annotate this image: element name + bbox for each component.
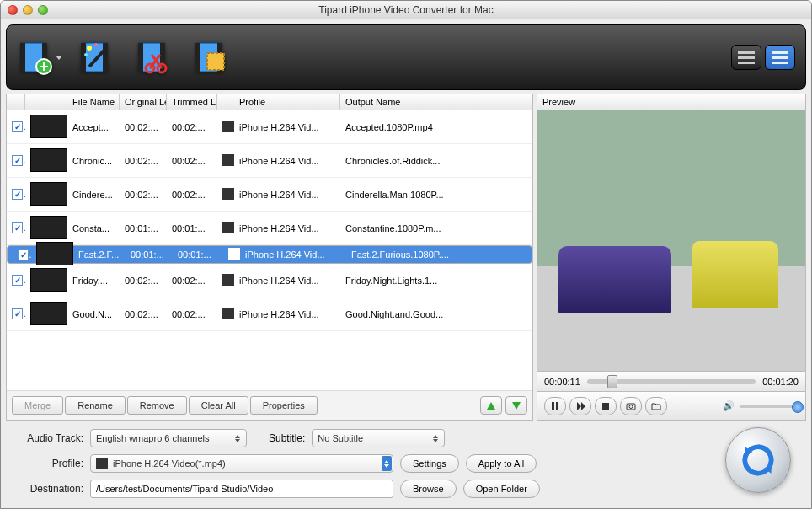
svg-point-23 [629, 405, 633, 408]
table-row[interactable]: Fast.2.F...00:01:...00:01:...iPhone H.26… [7, 245, 532, 264]
volume-icon: 🔊 [723, 400, 735, 411]
file-list: File Name Original Le Trimmed L Profile … [6, 94, 533, 421]
column-headers: File Name Original Le Trimmed L Profile … [7, 94, 532, 110]
preview-video[interactable] [537, 110, 806, 372]
profile-icon [222, 308, 234, 319]
profile-select[interactable]: iPhone H.264 Video(*.mp4) [90, 454, 393, 473]
row-profile: iPhone H.264 Vid... [234, 309, 340, 319]
list-actions: Merge Rename Remove Clear All Properties [7, 390, 532, 420]
row-filename: Consta... [67, 223, 120, 233]
row-output: Cinderella.Man.1080P... [340, 190, 532, 200]
profile-icon [222, 188, 234, 200]
header-trimmed[interactable]: Trimmed L [167, 94, 217, 110]
thumbnail [30, 216, 67, 239]
svg-rect-5 [81, 43, 86, 72]
main-toolbar [6, 24, 806, 90]
header-output[interactable]: Output Name [340, 94, 532, 110]
profile-label: Profile: [11, 458, 83, 469]
svg-rect-16 [195, 43, 200, 72]
svg-rect-19 [552, 402, 554, 410]
player-controls: 🔊 [537, 392, 806, 421]
browse-button[interactable]: Browse [400, 480, 457, 498]
svg-point-9 [84, 53, 88, 56]
apply-to-all-button[interactable]: Apply to All [466, 454, 537, 473]
table-row[interactable]: Cindere...00:02:...00:02:...iPhone H.264… [7, 178, 532, 212]
crop-button[interactable] [189, 35, 234, 80]
timeline: 00:00:11 00:01:20 [537, 372, 806, 392]
table-row[interactable]: Chronic...00:02:...00:02:...iPhone H.264… [7, 144, 532, 178]
svg-rect-1 [20, 43, 25, 72]
thumbnail [30, 302, 67, 325]
row-filename: Friday.... [67, 276, 120, 286]
profile-icon [228, 248, 240, 260]
row-original: 00:02:... [120, 309, 167, 319]
row-trimmed: 00:02:... [167, 309, 217, 319]
rename-button[interactable]: Rename [65, 396, 126, 415]
volume-slider[interactable] [740, 405, 799, 408]
row-checkbox[interactable] [18, 249, 29, 260]
row-original: 00:01:... [126, 249, 173, 260]
row-original: 00:02:... [120, 276, 167, 286]
row-profile: iPhone H.264 Vid... [234, 223, 340, 233]
chevron-down-icon [56, 56, 62, 60]
header-filename[interactable]: File Name [67, 94, 120, 110]
row-trimmed: 00:01:... [173, 249, 223, 260]
open-folder-button[interactable]: Open Folder [463, 480, 540, 498]
step-forward-button[interactable] [569, 397, 591, 415]
effect-button[interactable] [74, 35, 120, 80]
clear-all-button[interactable]: Clear All [189, 396, 248, 415]
thumbnail [30, 268, 67, 292]
row-trimmed: 00:02:... [167, 276, 217, 286]
open-snapshot-folder-button[interactable] [645, 397, 667, 415]
titlebar: Tipard iPhone Video Converter for Mac [1, 1, 811, 19]
seek-slider[interactable] [587, 379, 756, 384]
svg-point-7 [87, 46, 92, 51]
destination-input[interactable]: /Users/test/Documents/Tipard Studio/Vide… [90, 480, 393, 498]
stop-button[interactable] [595, 397, 617, 415]
detail-view-button[interactable] [765, 45, 795, 70]
list-view-button[interactable] [731, 45, 761, 70]
table-row[interactable]: Consta...00:01:...00:01:...iPhone H.264 … [7, 212, 532, 245]
row-filename: Fast.2.F... [73, 249, 126, 260]
row-original: 00:02:... [120, 122, 167, 132]
row-trimmed: 00:02:... [167, 122, 217, 132]
table-row[interactable]: Accept...00:02:...00:02:...iPhone H.264 … [7, 110, 532, 144]
subtitle-select[interactable]: No Subtitle [312, 429, 445, 447]
move-down-button[interactable] [505, 396, 527, 415]
time-current: 00:00:11 [544, 377, 580, 387]
settings-button[interactable]: Settings [400, 454, 459, 473]
row-trimmed: 00:02:... [167, 156, 217, 166]
row-checkbox[interactable] [12, 308, 23, 319]
audiotrack-select[interactable]: English wmapro 6 channels [90, 429, 247, 447]
row-checkbox[interactable] [12, 121, 23, 132]
arrow-down-icon [512, 402, 521, 410]
row-profile: iPhone H.264 Vid... [234, 156, 340, 166]
table-row[interactable]: Good.N...00:02:...00:02:...iPhone H.264 … [7, 297, 532, 331]
remove-button[interactable]: Remove [127, 396, 187, 415]
app-window: Tipard iPhone Video Converter for Mac [0, 0, 812, 509]
row-checkbox[interactable] [12, 275, 23, 286]
move-up-button[interactable] [480, 396, 502, 415]
convert-button[interactable] [725, 427, 791, 493]
svg-rect-11 [138, 43, 143, 72]
row-output: Accepted.1080P.mp4 [340, 122, 532, 132]
svg-rect-21 [602, 403, 609, 410]
row-profile: iPhone H.264 Vid... [234, 122, 340, 132]
header-profile[interactable]: Profile [234, 94, 340, 110]
add-file-button[interactable] [17, 35, 62, 80]
properties-button[interactable]: Properties [250, 396, 318, 415]
row-checkbox[interactable] [12, 222, 23, 233]
trim-button[interactable] [131, 35, 177, 80]
svg-point-8 [94, 43, 98, 46]
table-row[interactable]: Friday....00:02:...00:02:...iPhone H.264… [7, 264, 532, 297]
merge-button[interactable]: Merge [12, 396, 63, 415]
header-original[interactable]: Original Le [120, 94, 167, 110]
audiotrack-label: Audio Track: [11, 432, 83, 444]
row-filename: Cindere... [67, 190, 120, 200]
pause-button[interactable] [544, 397, 566, 415]
preview-label: Preview [537, 94, 806, 110]
row-checkbox[interactable] [12, 189, 23, 200]
snapshot-button[interactable] [620, 397, 642, 415]
thumbnail [30, 148, 67, 172]
row-checkbox[interactable] [12, 155, 23, 166]
